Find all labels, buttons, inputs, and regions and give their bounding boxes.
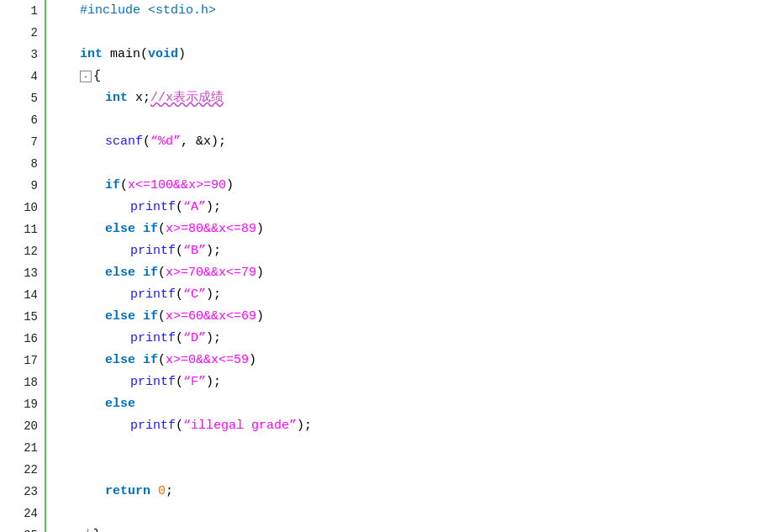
line-num-3: 3	[0, 44, 38, 66]
line-num-1: 1	[0, 0, 38, 22]
keyword-int: int	[80, 44, 103, 66]
code-line-9: if(x<=100&&x>=90)	[55, 175, 769, 197]
code-line-21	[55, 437, 769, 459]
code-line-11: else if(x>=80&&x<=89)	[55, 219, 769, 240]
keyword-return: return	[105, 481, 150, 503]
keyword-if-1: if	[105, 175, 120, 197]
code-line-22	[55, 459, 769, 481]
printf-B: printf	[130, 240, 176, 262]
code-line-25: └}	[55, 524, 769, 532]
code-line-19: else	[55, 393, 769, 415]
code-line-20: printf(“illegal grade”);	[55, 415, 769, 437]
line-num-5: 5	[0, 87, 38, 109]
keyword-if-3: if	[143, 262, 158, 284]
code-line-13: else if(x>=70&&x<=79)	[55, 262, 769, 284]
fold-icon[interactable]: -	[80, 71, 92, 82]
code-line-8	[55, 153, 769, 175]
code-line-14: printf(“C”);	[55, 284, 769, 306]
line-num-7: 7	[0, 131, 38, 153]
code-line-6	[55, 109, 769, 131]
keyword-int-x: int	[105, 87, 128, 109]
line-num-4: 4	[0, 66, 38, 87]
line-num-12: 12	[0, 240, 38, 262]
code-line-23: return 0;	[55, 481, 769, 503]
line-num-9: 9	[0, 175, 38, 197]
code-editor: 1 2 3 4 5 6 7 8 9 10 11 12 13 14 15 16 1…	[0, 0, 769, 532]
printf-C: printf	[130, 284, 176, 306]
condition-3: x>=70&&x<=79	[166, 262, 256, 284]
code-line-15: else if(x>=60&&x<=69)	[55, 306, 769, 328]
code-line-7: scanf(“%d”, &x);	[55, 131, 769, 153]
condition-5: x>=0&&x<=59	[166, 350, 249, 371]
printf-A: printf	[130, 197, 176, 219]
code-line-1: #include <stdio.h>	[55, 0, 769, 22]
line-num-25: 25	[0, 524, 38, 532]
keyword-if-5: if	[143, 350, 158, 371]
condition-4: x>=60&&x<=69	[166, 306, 256, 328]
line-num-17: 17	[0, 350, 38, 371]
keyword-else-4: else	[105, 350, 135, 371]
line-numbers: 1 2 3 4 5 6 7 8 9 10 11 12 13 14 15 16 1…	[0, 0, 46, 532]
code-line-24	[55, 503, 769, 524]
keyword-else-3: else	[105, 306, 135, 328]
printf-F: printf	[130, 371, 176, 393]
code-line-10: printf(“A”);	[55, 197, 769, 219]
code-content[interactable]: #include <stdio.h> int main(void) -{ int…	[46, 0, 769, 532]
code-line-5: int x;//x表示成绩	[55, 87, 769, 109]
line-num-22: 22	[0, 459, 38, 481]
code-line-2	[55, 22, 769, 44]
line-num-10: 10	[0, 197, 38, 219]
condition-2: x>=80&&x<=89	[166, 219, 256, 240]
scanf-call: scanf	[105, 131, 143, 153]
line-num-15: 15	[0, 306, 38, 328]
line-num-21: 21	[0, 437, 38, 459]
line-num-24: 24	[0, 503, 38, 524]
line-num-8: 8	[0, 153, 38, 175]
line-num-19: 19	[0, 393, 38, 415]
line-num-18: 18	[0, 371, 38, 393]
code-line-3: int main(void)	[55, 44, 769, 66]
keyword-else-2: else	[105, 262, 135, 284]
line-num-16: 16	[0, 328, 38, 350]
comment-x: //x表示成绩	[150, 87, 224, 109]
keyword-void: void	[148, 44, 178, 66]
keyword-else-5: else	[105, 393, 135, 415]
code-line-16: printf(“D”);	[55, 328, 769, 350]
close-fold-icon[interactable]: └	[85, 524, 92, 532]
func-main: main	[110, 44, 140, 66]
code-line-17: else if(x>=0&&x<=59)	[55, 350, 769, 371]
code-line-12: printf(“B”);	[55, 240, 769, 262]
line-num-6: 6	[0, 109, 38, 131]
line-num-13: 13	[0, 262, 38, 284]
line-num-23: 23	[0, 481, 38, 503]
line-num-20: 20	[0, 415, 38, 437]
code-line-18: printf(“F”);	[55, 371, 769, 393]
include-directive: #include <stdio.h>	[80, 0, 216, 22]
keyword-else-1: else	[105, 219, 135, 240]
printf-illegal: printf	[130, 415, 176, 437]
printf-D: printf	[130, 328, 176, 350]
line-num-11: 11	[0, 219, 38, 240]
line-num-14: 14	[0, 284, 38, 306]
line-num-2: 2	[0, 22, 38, 44]
keyword-if-2: if	[143, 219, 158, 240]
keyword-if-4: if	[143, 306, 158, 328]
condition-1: x<=100&&x>=90	[128, 175, 226, 197]
code-line-4: -{	[55, 66, 769, 87]
number-0: 0	[158, 481, 166, 503]
